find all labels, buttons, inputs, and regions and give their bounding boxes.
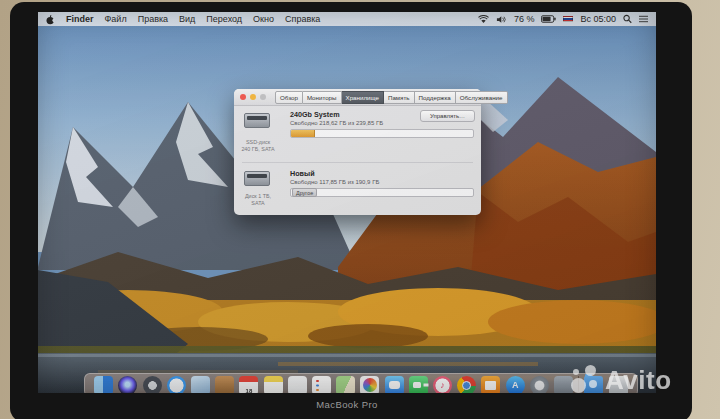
hard-drive-icon bbox=[244, 171, 270, 186]
disk-name: 240Gb System bbox=[290, 110, 340, 119]
zoom-button bbox=[260, 94, 266, 100]
calendar-day-label: 18 bbox=[239, 388, 258, 394]
storage-usage-bar bbox=[290, 188, 474, 197]
minimize-button[interactable] bbox=[250, 94, 256, 100]
tab-support[interactable]: Поддержка bbox=[415, 91, 456, 104]
dock-chrome-icon[interactable] bbox=[457, 376, 476, 394]
menu-go[interactable]: Переход bbox=[206, 14, 242, 24]
macbook-photo: Finder Файл Правка Вид Переход Окно Спра… bbox=[0, 0, 720, 419]
storage-usage-bar bbox=[290, 129, 474, 138]
dock-finder-icon[interactable] bbox=[94, 376, 113, 394]
dock-app-store-icon[interactable] bbox=[506, 376, 525, 394]
dock-system-preferences-icon[interactable] bbox=[530, 376, 549, 394]
tab-displays[interactable]: Мониторы bbox=[303, 91, 342, 104]
dock-contacts-icon[interactable] bbox=[215, 376, 234, 394]
disk-free-text: Свободно 218,62 ГБ из 239,85 ГБ bbox=[290, 120, 383, 126]
dock-messages-icon[interactable] bbox=[385, 376, 404, 394]
avito-logo-icon bbox=[571, 365, 602, 396]
tab-overview[interactable]: Обзор bbox=[275, 91, 303, 104]
disk-device-label: Диск 1 ТБ, SATA bbox=[234, 193, 282, 207]
tab-storage[interactable]: Хранилище bbox=[342, 91, 384, 104]
row-divider bbox=[242, 162, 473, 163]
dock-itunes-icon[interactable] bbox=[433, 376, 452, 394]
dock-reminders-icon[interactable] bbox=[312, 376, 331, 394]
menu-finder[interactable]: Finder bbox=[66, 14, 94, 24]
dock-notes-icon[interactable] bbox=[264, 376, 283, 394]
disk-device-label: SSD-диск 240 ГБ, SATA bbox=[234, 139, 282, 153]
macbook-brand-label: MacBook Pro bbox=[38, 399, 656, 410]
menu-window[interactable]: Окно bbox=[253, 14, 274, 24]
disk-free-text: Свободно 117,85 ГБ из 190,9 ГБ bbox=[290, 179, 379, 185]
input-language-flag-icon[interactable] bbox=[563, 16, 573, 22]
spotlight-icon[interactable] bbox=[623, 14, 632, 24]
window-titlebar[interactable]: Обзор Мониторы Хранилище Память Поддержк… bbox=[234, 89, 481, 106]
dock-textedit-icon[interactable] bbox=[288, 376, 307, 394]
menu-file[interactable]: Файл bbox=[105, 14, 127, 24]
tab-bar: Обзор Мониторы Хранилище Память Поддержк… bbox=[275, 91, 508, 104]
menu-view[interactable]: Вид bbox=[179, 14, 195, 24]
used-space-segment bbox=[291, 130, 315, 137]
menu-bar: Finder Файл Правка Вид Переход Окно Спра… bbox=[38, 12, 656, 26]
dock-siri-icon[interactable] bbox=[118, 376, 137, 394]
disk-name: Новый bbox=[290, 169, 315, 178]
other-segment-chip: Другое bbox=[292, 188, 317, 197]
close-button[interactable] bbox=[240, 94, 246, 100]
screen: Finder Файл Правка Вид Переход Окно Спра… bbox=[38, 12, 656, 393]
menu-help[interactable]: Справка bbox=[285, 14, 320, 24]
dock-calendar-icon[interactable]: 18 bbox=[239, 376, 258, 394]
ssd-drive-icon bbox=[244, 113, 270, 128]
dock-ibooks-icon[interactable] bbox=[481, 376, 500, 394]
avito-watermark: Avito bbox=[571, 365, 672, 396]
dock-photos-icon[interactable] bbox=[360, 376, 379, 394]
tab-memory[interactable]: Память bbox=[384, 91, 415, 104]
wifi-icon[interactable] bbox=[478, 15, 489, 24]
about-this-mac-window: Обзор Мониторы Хранилище Память Поддержк… bbox=[234, 89, 481, 215]
dock-launchpad-icon[interactable] bbox=[143, 376, 162, 394]
dock-safari-icon[interactable] bbox=[167, 376, 186, 394]
dock: 18 bbox=[84, 373, 638, 393]
dock-facetime-icon[interactable] bbox=[409, 376, 428, 394]
menu-clock[interactable]: Вс 05:00 bbox=[580, 14, 616, 24]
battery-icon[interactable] bbox=[541, 15, 556, 23]
dock-preview-icon[interactable] bbox=[191, 376, 210, 394]
menu-edit[interactable]: Правка bbox=[138, 14, 168, 24]
tab-service[interactable]: Обслуживание bbox=[456, 91, 508, 104]
apple-menu-icon[interactable] bbox=[46, 14, 55, 25]
manage-button[interactable]: Управлять… bbox=[420, 110, 475, 122]
volume-icon[interactable] bbox=[496, 15, 507, 24]
battery-percent: 76 % bbox=[514, 14, 535, 24]
notification-center-icon[interactable] bbox=[639, 15, 648, 23]
avito-watermark-text: Avito bbox=[605, 365, 672, 396]
dock-maps-icon[interactable] bbox=[336, 376, 355, 394]
